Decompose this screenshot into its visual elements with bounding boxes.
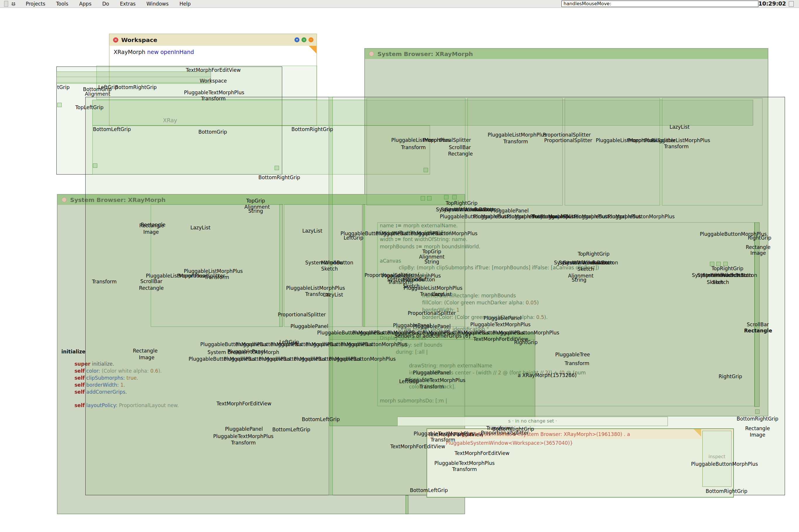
fold-corner-icon[interactable] [693, 429, 701, 437]
xray-label: SystemWindowButton [563, 260, 618, 266]
grip-handle-icon [427, 196, 432, 201]
xray-label: Rectangle [746, 244, 771, 250]
workspace-titlebar[interactable]: ✕ Workspace ▾ ＋ ─ [110, 34, 316, 46]
xray-label: Rectangle [139, 285, 164, 291]
xray-label: String [248, 208, 263, 214]
xray-label: TopRightGrip [446, 200, 477, 206]
xray-label: ProportionalSplitter [408, 310, 456, 316]
xray-rect [662, 98, 762, 206]
xray-label: PluggableListMorphPlus [488, 132, 547, 138]
xray-label: ScrollBar [747, 322, 769, 327]
xray-rect [279, 204, 283, 327]
xray-label: RightGrip [748, 235, 771, 241]
xray-label: ProportionalSplitter [278, 312, 326, 318]
menu-item[interactable]: Help [179, 1, 191, 7]
xray-label: LeftGrip [279, 339, 299, 345]
xray-label: tGrip [57, 84, 70, 90]
xray-label: PluggableButtonMorphPlus [411, 230, 478, 236]
inspect-button[interactable]: inspect [702, 431, 731, 487]
xray-rect [284, 204, 362, 327]
xray-label: ProportionalSplitter [423, 137, 471, 143]
senders-status-bar: s · in no change set · [397, 417, 668, 426]
close-icon[interactable] [62, 197, 67, 202]
xray-label: ProportionalSplitter [481, 430, 529, 436]
grip-handle-icon [423, 168, 428, 172]
xray-label: PluggableButtonMorphPlus [341, 341, 407, 347]
xray-label: BottomLeftGrip [272, 426, 310, 433]
menu-item[interactable]: Extras [120, 1, 136, 7]
xray-label: Rectangle [141, 222, 166, 228]
fold-corner-icon[interactable] [309, 46, 316, 53]
xray-label: Image [143, 229, 159, 235]
close-icon[interactable] [369, 51, 374, 56]
maximize-icon[interactable]: ＋ [302, 37, 306, 42]
xray-label: Rectangle [448, 151, 473, 157]
xray-label: PluggablePanel [225, 426, 263, 432]
xray-label: Image [139, 355, 154, 360]
xray-label: PluggablePanel [484, 315, 522, 321]
xray-label: BottomLeftGrip [302, 416, 340, 422]
xray-label: PluggablePanel [227, 348, 265, 354]
menu-item[interactable]: Tools [56, 1, 68, 7]
xray-label: Transform [664, 144, 689, 149]
edge-widget[interactable] [4, 1, 8, 7]
menu-item[interactable]: Do [102, 1, 109, 7]
xray-label: PluggableButtonMorphPlus [608, 214, 675, 220]
xray-label: PluggableTextMorphPlus [213, 433, 273, 439]
menu-item[interactable]: Projects [26, 1, 45, 7]
xray-label: Rectangle [133, 348, 158, 354]
menu-item[interactable]: Apps [79, 1, 91, 7]
workspace-code: XRayMorph new openInHand [114, 49, 194, 55]
xray-label: Image [750, 432, 765, 438]
menu-item[interactable]: Windows [146, 1, 168, 7]
xray-label: Transform [204, 274, 229, 280]
xray-label: SystemWindowButton [702, 272, 757, 278]
grip-handle-icon [421, 196, 425, 201]
window-title: Workspace [121, 37, 157, 43]
xray-label: LazyList [323, 292, 343, 298]
xray-label: TopRightGrip [578, 251, 610, 257]
xray-label: LazyList [190, 225, 211, 230]
browser-titlebar[interactable]: System Browser: XRayMorph [365, 49, 768, 59]
xray-label: LazyList [670, 124, 690, 130]
xray-label: TopGrip [246, 198, 265, 204]
menu-bar: ProjectsToolsAppsDoExtrasWindowsHelp han… [0, 0, 799, 8]
close-icon[interactable]: ✕ [113, 37, 118, 43]
xray-label: Transform [565, 360, 589, 366]
xray-label: PluggableButtonMorphPlus [329, 356, 396, 362]
xray-label: BottomLeftGrip [410, 487, 448, 493]
xray-label: PluggableButtonMorphPlus [691, 461, 758, 467]
desktop: ProjectsToolsAppsDoExtrasWindowsHelp han… [0, 0, 799, 532]
code-line: initialize [61, 349, 85, 355]
menu-icon[interactable]: ▾ [294, 37, 299, 42]
xray-label: BottomLeftGrip [93, 126, 131, 132]
code-message: new openInHand [145, 49, 194, 55]
xray-label: Transform [201, 96, 226, 101]
xray-rect [56, 77, 211, 82]
xray-label: String [572, 277, 587, 283]
xray-label: PluggableButtonMorphPlus [493, 330, 560, 336]
message-field[interactable]: handlesMouseMove: [562, 1, 758, 7]
xray-label: Transform [503, 139, 528, 145]
xray-label: TopGrip [422, 249, 441, 254]
window-title: System Browser: XRayMorph [378, 51, 473, 57]
clock-icon[interactable] [789, 1, 794, 7]
xray-label: TopRightGrip [711, 266, 743, 271]
xray-label: Rectangle [745, 425, 770, 431]
xray-label: PluggablePanel [290, 323, 328, 329]
xray-label: Rectangle [744, 328, 772, 334]
xray-label: BottomRightGrip [115, 84, 157, 90]
code-receiver: XRayMorph [114, 49, 145, 55]
cuis-logo-icon[interactable] [11, 1, 19, 7]
xray-label: TextMorphForEditView [217, 401, 271, 406]
xray-label: PluggablePanel [393, 322, 431, 328]
minimize-icon[interactable]: ─ [309, 37, 313, 42]
grip-handle-icon [444, 195, 449, 199]
xray-label: Senders of addCornerGrips [6] [394, 333, 470, 339]
clock: 10:29:02 [758, 0, 786, 7]
xray-label: PluggableListMorphPlus [651, 137, 710, 143]
xray-rect [468, 98, 563, 206]
xray-label: LazyList [432, 291, 452, 297]
grip-handle-icon [755, 410, 760, 414]
xray-label: Image [750, 250, 766, 256]
